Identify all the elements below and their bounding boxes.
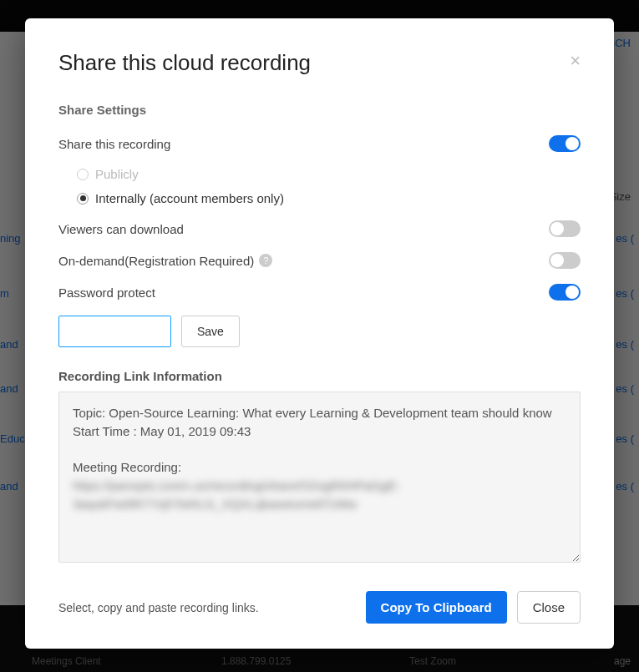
viewers-download-label: Viewers can download <box>58 222 184 236</box>
share-recording-label: Share this recording <box>58 137 170 151</box>
help-icon[interactable]: ? <box>259 254 272 267</box>
close-icon[interactable]: × <box>570 52 581 70</box>
link-url-2: 3aqukFwi9R77njlY5ehLG_XQXLqbaseiume6TzMw <box>73 495 566 513</box>
radio-public-label: Publicly <box>95 167 139 181</box>
share-recording-toggle[interactable] <box>549 135 581 152</box>
on-demand-row: On-demand(Registration Required) ? <box>58 252 581 269</box>
password-protect-label: Password protect <box>58 285 155 300</box>
footer-buttons: Copy To Clipboard Close <box>366 591 581 624</box>
link-url-1: https://panopto.zoom.us/recording/share/… <box>73 477 566 495</box>
radio-internal-label: Internally (account members only) <box>95 191 284 205</box>
password-input-row: Save <box>58 316 581 347</box>
link-topic-line: Topic: Open-Source Learning: What every … <box>73 404 566 422</box>
close-button[interactable]: Close <box>517 591 581 624</box>
viewers-download-toggle[interactable] <box>549 220 581 237</box>
radio-public[interactable] <box>77 169 89 180</box>
radio-internal[interactable] <box>77 193 89 205</box>
password-protect-row: Password protect <box>58 284 581 301</box>
copy-to-clipboard-button[interactable]: Copy To Clipboard <box>366 591 507 624</box>
modal-title: Share this cloud recording <box>58 50 581 76</box>
viewers-download-row: Viewers can download <box>58 220 581 237</box>
share-settings-heading: Share Settings <box>58 103 581 117</box>
password-input[interactable] <box>58 316 171 347</box>
modal-footer: Select, copy and paste recording links. … <box>58 591 581 624</box>
password-protect-toggle[interactable] <box>549 284 581 301</box>
link-meeting-recording-label: Meeting Recording: <box>73 458 566 477</box>
link-start-line: Start Time : May 01, 2019 09:43 <box>73 422 566 441</box>
on-demand-toggle[interactable] <box>549 252 581 269</box>
save-password-button[interactable]: Save <box>181 316 240 347</box>
radio-internal-row[interactable]: Internally (account members only) <box>77 191 581 205</box>
share-recording-modal: Share this cloud recording × Share Setti… <box>25 18 614 649</box>
on-demand-text: On-demand(Registration Required) <box>58 254 254 268</box>
recording-link-heading: Recording Link Information <box>58 369 581 383</box>
footer-hint: Select, copy and paste recording links. <box>58 601 259 614</box>
recording-link-textarea[interactable]: Topic: Open-Source Learning: What every … <box>58 392 581 563</box>
radio-public-row[interactable]: Publicly <box>77 167 581 181</box>
share-scope-radios: Publicly Internally (account members onl… <box>77 167 581 205</box>
share-recording-row: Share this recording <box>58 135 581 152</box>
on-demand-label: On-demand(Registration Required) ? <box>58 254 272 268</box>
